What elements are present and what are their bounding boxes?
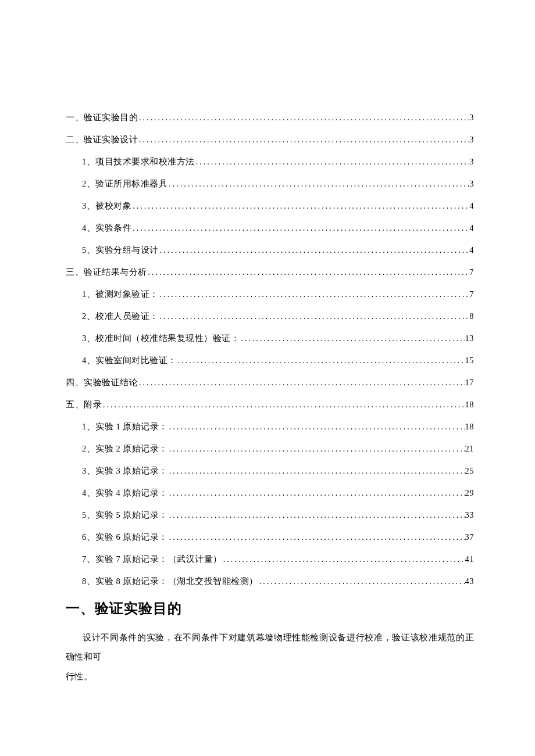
toc-entry-page: 37 [465,533,475,542]
toc-leader-dots: ........................................… [138,379,465,387]
toc-entry-label: 1、项目技术要求和校准方法 [82,157,195,166]
toc-entry-page: 3 [469,157,474,166]
toc-leader-dots: ........................................… [131,202,469,210]
toc-entry-label: 2、验证所用标准器具 [82,180,167,188]
section-heading: 一、验证实验目的 [66,599,474,618]
toc-entry-page: 8 [469,312,474,321]
section-paragraph-line-1: 设计不同条件的实验，在不同条件下对建筑幕墙物理性能检测设备进行校准，验证该校准规… [66,628,474,667]
toc-leader-dots: ........................................… [138,114,469,122]
toc-entry-page: 25 [465,467,475,475]
toc-entry-label: 3、校准时间（校准结果复现性）验证： [82,334,240,343]
toc-entry: 二、验证实验设计................................… [66,135,474,144]
toc-entry-page: 7 [469,290,474,299]
toc-entry: 五、附录....................................… [66,400,474,409]
toc-entry-label: 5、实验分组与设计 [82,246,159,255]
toc-entry-label: 4、实验室间对比验证： [82,356,177,365]
toc-entry-page: 7 [469,268,474,277]
toc-entry-page: 18 [465,400,475,409]
toc-entry: 3、实验 3 原始记录：............................… [66,467,474,475]
table-of-contents: 一、验证实验目的................................… [66,113,474,586]
toc-entry: 1、实验 1 原始记录：............................… [66,422,474,431]
toc-leader-dots: ........................................… [222,556,465,564]
toc-entry: 1、项目技术要求和校准方法 ..........................… [66,157,474,166]
toc-leader-dots: ........................................… [168,533,465,542]
toc-entry-label: 1、被测对象验证： [82,290,159,299]
toc-entry-label: 3、被校对象 [82,202,131,210]
toc-entry-page: 17 [465,378,475,387]
toc-leader-dots: ........................................… [177,357,465,365]
toc-entry: 四、实验验证结论................................… [66,378,474,387]
toc-entry-page: 33 [465,511,475,519]
toc-entry-page: 3 [469,113,474,122]
toc-entry: 4、实验室间对比验证： ............................… [66,356,474,365]
toc-entry: 8、实验 8 原始记录：（湖北交投智能检测）..................… [66,577,474,586]
toc-entry: 3、校准时间（校准结果复现性）验证： .....................… [66,334,474,343]
toc-leader-dots: ........................................… [168,489,465,497]
toc-entry: 7、实验 7 原始记录：（武汉计量）......................… [66,555,474,564]
toc-entry: 5、实验分组与设计 ..............................… [66,246,474,255]
toc-leader-dots: ........................................… [167,180,469,188]
toc-entry-page: 4 [469,202,474,210]
toc-entry: 一、验证实验目的................................… [66,113,474,122]
toc-entry-page: 29 [465,489,475,497]
toc-entry-page: 18 [465,422,475,431]
toc-entry: 5、实验 5 原始记录：............................… [66,511,474,519]
toc-entry-page: 15 [465,356,475,365]
toc-entry-label: 四、实验验证结论 [66,378,138,387]
toc-leader-dots: ........................................… [240,335,465,343]
toc-leader-dots: ........................................… [147,268,470,277]
toc-leader-dots: ........................................… [159,313,470,321]
toc-leader-dots: ........................................… [195,158,470,166]
toc-entry-page: 3 [469,180,474,188]
toc-entry: 2、验证所用标准器具 .............................… [66,180,474,188]
toc-entry-label: 三、验证结果与分析 [66,268,147,277]
toc-entry-label: 4、实验 4 原始记录： [82,489,168,497]
toc-leader-dots: ........................................… [159,291,470,299]
toc-entry-label: 3、实验 3 原始记录： [82,467,168,475]
toc-leader-dots: ........................................… [168,445,465,453]
toc-entry-label: 5、实验 5 原始记录： [82,511,168,519]
toc-leader-dots: ........................................… [168,511,465,519]
toc-entry-page: 43 [465,577,475,586]
toc-leader-dots: ........................................… [258,578,465,586]
toc-entry-label: 五、附录 [66,400,102,409]
toc-entry-page: 41 [465,555,475,564]
toc-entry: 3、被校对象 .................................… [66,202,474,210]
toc-entry: 2、校准人员验证： ..............................… [66,312,474,321]
toc-entry-page: 3 [469,135,474,144]
toc-entry-label: 2、实验 2 原始记录： [82,445,168,453]
toc-entry-label: 6、实验 6 原始记录： [82,533,168,542]
toc-leader-dots: ........................................… [138,136,469,144]
toc-entry-label: 4、实验条件 [82,224,131,232]
toc-leader-dots: ........................................… [168,423,465,431]
toc-leader-dots: ........................................… [159,246,470,255]
toc-entry-label: 2、校准人员验证： [82,312,159,321]
toc-entry-label: 一、验证实验目的 [66,113,138,122]
toc-entry-label: 8、实验 8 原始记录：（湖北交投智能检测） [82,577,258,586]
toc-entry: 6、实验 6 原始记录：............................… [66,533,474,542]
toc-entry-page: 4 [469,224,474,232]
section-paragraph-line-2: 行性。 [66,667,474,686]
toc-entry-page: 4 [469,246,474,255]
toc-entry-page: 21 [465,445,475,453]
toc-entry: 1、被测对象验证： ..............................… [66,290,474,299]
toc-entry: 4、实验条件 .................................… [66,224,474,232]
toc-entry: 2、实验 2 原始记录：............................… [66,445,474,453]
toc-entry-label: 二、验证实验设计 [66,135,138,144]
toc-entry: 三、验证结果与分析...............................… [66,268,474,277]
toc-entry: 4、实验 4 原始记录：............................… [66,489,474,497]
toc-entry-page: 13 [465,334,475,343]
toc-leader-dots: ........................................… [168,467,465,475]
toc-entry-label: 7、实验 7 原始记录：（武汉计量） [82,555,222,564]
toc-leader-dots: ........................................… [131,224,469,232]
toc-leader-dots: ........................................… [102,401,465,409]
toc-entry-label: 1、实验 1 原始记录： [82,422,168,431]
